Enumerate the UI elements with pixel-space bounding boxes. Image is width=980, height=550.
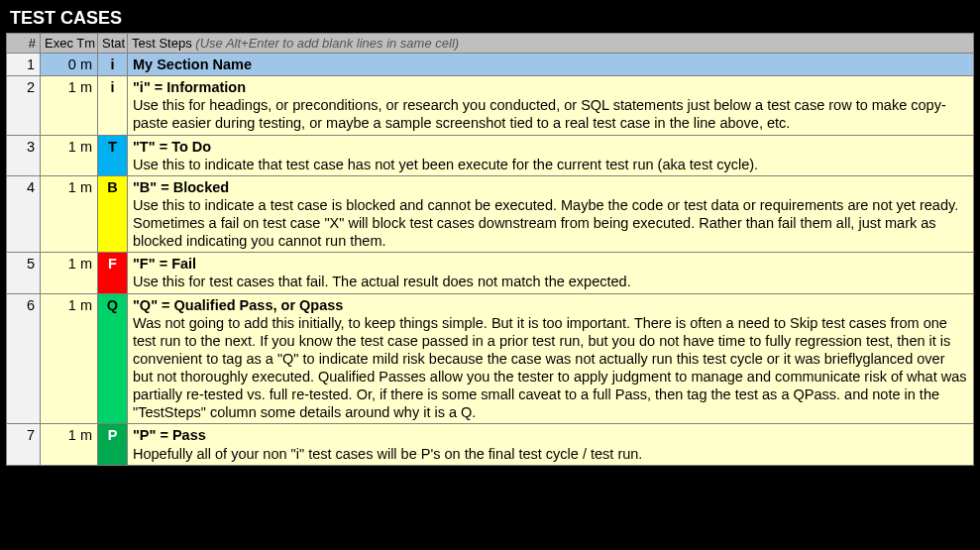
cell-exec-time[interactable]: 1 m (41, 253, 98, 293)
sheet-title: TEST CASES (6, 6, 974, 33)
header-stat: Stat (98, 34, 128, 54)
cell-status[interactable]: B (98, 175, 128, 253)
step-heading: My Section Name (133, 55, 968, 73)
header-num: # (7, 34, 41, 54)
cell-status[interactable]: T (98, 135, 128, 175)
cell-row-number[interactable]: 5 (7, 253, 41, 293)
table-row[interactable]: 51 mF"F" = FailUse this for test cases t… (7, 253, 974, 293)
table-row[interactable]: 10 miMy Section Name (7, 54, 974, 76)
cell-row-number[interactable]: 6 (7, 293, 41, 424)
cell-test-steps[interactable]: My Section Name (128, 54, 974, 76)
header-exec: Exec Tm (41, 34, 98, 54)
step-body: Hopefully all of your non "i" test cases… (133, 445, 968, 463)
table-row[interactable]: 41 mB"B" = BlockedUse this to indicate a… (7, 175, 974, 253)
cell-test-steps[interactable]: "B" = BlockedUse this to indicate a test… (128, 175, 974, 253)
cell-row-number[interactable]: 2 (7, 76, 41, 135)
cell-row-number[interactable]: 1 (7, 54, 41, 76)
cell-test-steps[interactable]: "F" = FailUse this for test cases that f… (128, 253, 974, 293)
test-cases-sheet: TEST CASES # Exec Tm Stat Test Steps (Us… (0, 0, 980, 472)
header-steps-hint: (Use Alt+Enter to add blank lines in sam… (195, 36, 459, 51)
step-body: Use this for test cases that fail. The a… (133, 273, 968, 290)
cell-test-steps[interactable]: "T" = To DoUse this to indicate that tes… (128, 135, 974, 175)
cell-test-steps[interactable]: "i" = InformationUse this for headings, … (128, 76, 974, 135)
header-row: # Exec Tm Stat Test Steps (Use Alt+Enter… (7, 34, 974, 54)
step-heading: "Q" = Qualified Pass, or Qpass (133, 296, 968, 314)
cell-exec-time[interactable]: 1 m (41, 76, 98, 135)
table-row[interactable]: 61 mQ"Q" = Qualified Pass, or QpassWas n… (7, 293, 974, 424)
table-row[interactable]: 21 mi"i" = InformationUse this for headi… (7, 76, 974, 135)
cell-row-number[interactable]: 3 (7, 135, 41, 175)
step-heading: "i" = Information (133, 78, 968, 96)
step-body: Use this to indicate a test case is bloc… (133, 196, 968, 250)
cell-row-number[interactable]: 7 (7, 424, 41, 465)
step-heading: "F" = Fail (133, 255, 968, 273)
cell-status[interactable]: i (98, 54, 128, 76)
cell-test-steps[interactable]: "Q" = Qualified Pass, or QpassWas not go… (128, 293, 974, 424)
step-heading: "P" = Pass (133, 426, 968, 444)
cell-exec-time[interactable]: 1 m (41, 135, 98, 175)
step-body: Was not going to add this initially, to … (133, 314, 968, 422)
step-heading: "T" = To Do (133, 138, 968, 156)
test-cases-table: # Exec Tm Stat Test Steps (Use Alt+Enter… (6, 33, 974, 466)
step-body: Use this to indicate that test case has … (133, 156, 968, 173)
cell-status[interactable]: i (98, 76, 128, 135)
cell-exec-time[interactable]: 1 m (41, 175, 98, 253)
cell-exec-time[interactable]: 1 m (41, 424, 98, 465)
header-steps-label: Test Steps (132, 36, 192, 51)
header-steps: Test Steps (Use Alt+Enter to add blank l… (128, 34, 974, 54)
cell-status[interactable]: Q (98, 293, 128, 424)
cell-row-number[interactable]: 4 (7, 175, 41, 253)
table-row[interactable]: 31 mT"T" = To DoUse this to indicate tha… (7, 135, 974, 175)
cell-exec-time[interactable]: 1 m (41, 293, 98, 424)
cell-status[interactable]: P (98, 424, 128, 465)
table-row[interactable]: 71 mP"P" = PassHopefully all of your non… (7, 424, 974, 465)
cell-test-steps[interactable]: "P" = PassHopefully all of your non "i" … (128, 424, 974, 465)
cell-exec-time[interactable]: 0 m (41, 54, 98, 76)
cell-status[interactable]: F (98, 253, 128, 293)
step-heading: "B" = Blocked (133, 178, 968, 196)
step-body: Use this for headings, or preconditions,… (133, 96, 968, 132)
